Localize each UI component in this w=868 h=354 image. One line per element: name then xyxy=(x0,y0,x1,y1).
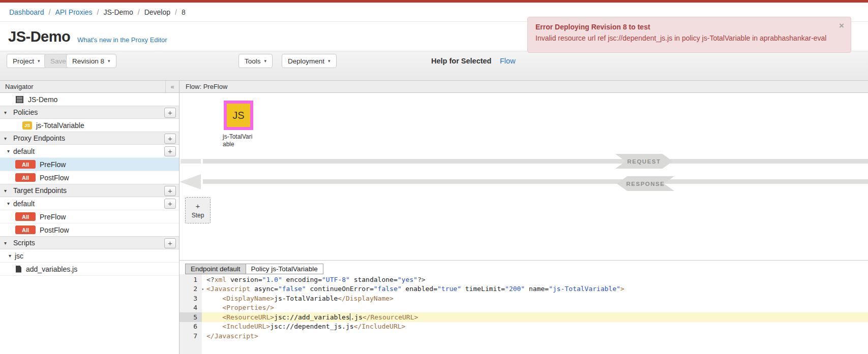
caret-down-icon: ▾ xyxy=(4,188,10,194)
proxy-summary-icon xyxy=(16,96,23,103)
nav-flow-label: PostFlow xyxy=(40,174,69,182)
chevron-down-icon: ▾ xyxy=(328,58,331,63)
page-title: JS-Demo xyxy=(8,28,70,45)
editor-tab-bar: Endpoint default Policy js-TotalVariable xyxy=(185,264,323,274)
chevron-down-icon: ▾ xyxy=(108,58,110,63)
add-flow-button[interactable]: + xyxy=(164,199,176,209)
help-for-selected-label: Help for Selected xyxy=(431,57,491,65)
nav-section-policies[interactable]: ▾ Policies + xyxy=(0,106,179,119)
code-line[interactable]: 4 <Properties/> xyxy=(179,303,868,313)
breadcrumb-separator: / xyxy=(97,8,99,16)
nav-flow-label: PostFlow xyxy=(40,226,69,234)
whats-new-link[interactable]: What's new in the Proxy Editor xyxy=(77,36,167,44)
close-icon[interactable]: × xyxy=(839,21,844,31)
save-label: Save xyxy=(50,57,66,65)
code-editor[interactable]: 1 <?xml version="1.0" encoding="UTF-8" s… xyxy=(179,275,868,341)
js-policy-badge: JS xyxy=(22,121,32,130)
nav-group-target-default[interactable]: ▾ default + xyxy=(0,197,179,210)
nav-file-label: add_variables.js xyxy=(26,265,77,273)
nav-flow-proxy-postflow[interactable]: All PostFlow xyxy=(0,171,179,184)
nav-flow-proxy-preflow[interactable]: All PreFlow xyxy=(0,158,179,171)
step-label: Step xyxy=(192,212,204,219)
js-policy-icon: JS xyxy=(232,110,244,121)
breadcrumb-separator: / xyxy=(49,8,51,16)
nav-item-policy-js-totalvariable[interactable]: JS js-TotalVariable xyxy=(0,119,179,132)
flow-help-link[interactable]: Flow xyxy=(500,57,516,65)
collapse-panel-icon[interactable]: « xyxy=(165,81,179,92)
nav-flow-target-postflow[interactable]: All PostFlow xyxy=(0,223,179,237)
add-script-button[interactable]: + xyxy=(164,238,176,248)
line-number: 1 xyxy=(179,275,202,284)
flow-canvas[interactable]: JS js-TotalVariable REQUEST RESPONSE + S… xyxy=(179,93,868,260)
nav-flow-target-preflow[interactable]: All PreFlow xyxy=(0,210,179,223)
proxy-editor-page: Dashboard / API Proxies / JS-Demo / Deve… xyxy=(0,0,868,354)
add-proxy-endpoint-button[interactable]: + xyxy=(164,134,176,144)
nav-section-target-endpoints[interactable]: ▾ Target Endpoints + xyxy=(0,184,179,197)
line-number: 3 xyxy=(179,294,202,303)
code-editor-panel: Endpoint default Policy js-TotalVariable… xyxy=(179,260,868,354)
breadcrumb-dashboard[interactable]: Dashboard xyxy=(9,8,44,16)
flow-header-title: Flow: PreFlow xyxy=(186,83,227,90)
nav-group-label: default xyxy=(13,147,35,155)
tools-label: Tools xyxy=(245,57,261,65)
breadcrumb-revision: 8 xyxy=(182,8,186,16)
caret-down-icon: ▾ xyxy=(7,201,13,206)
policy-node-label: js-TotalVariable xyxy=(223,133,253,148)
error-banner: Error Deploying Revision 8 to test Inval… xyxy=(527,17,851,53)
tools-menu-button[interactable]: Tools ▾ xyxy=(238,54,273,68)
tab-endpoint-default[interactable]: Endpoint default xyxy=(185,264,246,274)
caret-down-icon: ▾ xyxy=(7,148,13,154)
code-line[interactable]: 3 <DisplayName>js-TotalVariable</Display… xyxy=(179,294,868,303)
navigator-header: Navigator « xyxy=(0,81,179,93)
request-label: REQUEST xyxy=(627,158,661,165)
nav-flow-label: PreFlow xyxy=(40,160,66,169)
main-content: Flow: PreFlow JS js-TotalVariable REQUES… xyxy=(179,81,868,354)
deployment-label: Deployment xyxy=(288,57,324,65)
all-conditions-badge: All xyxy=(15,212,36,221)
nav-section-label: Proxy Endpoints xyxy=(13,134,65,142)
plus-icon: + xyxy=(196,202,200,210)
code-line[interactable]: 1 <?xml version="1.0" encoding="UTF-8" s… xyxy=(179,275,868,284)
add-policy-button[interactable]: + xyxy=(164,108,176,118)
project-menu-button[interactable]: Project ▾ xyxy=(7,54,46,68)
all-conditions-badge: All xyxy=(15,226,36,234)
nav-section-scripts[interactable]: ▾ Scripts + xyxy=(0,236,179,249)
add-target-endpoint-button[interactable]: + xyxy=(164,186,176,196)
file-icon xyxy=(16,266,21,273)
fold-icon[interactable]: ▾ xyxy=(201,287,204,292)
nav-group-label: jsc xyxy=(15,252,23,260)
all-conditions-badge: All xyxy=(15,173,36,182)
nav-group-proxy-default[interactable]: ▾ default + xyxy=(0,145,179,158)
code-line[interactable]: 2 ▾ <Javascript async="false" continueOn… xyxy=(179,284,868,294)
response-arrow-icon xyxy=(179,174,201,189)
add-flow-button[interactable]: + xyxy=(164,146,176,156)
line-number: 6 xyxy=(179,322,202,332)
policy-node-js-totalvariable[interactable]: JS xyxy=(224,101,253,130)
nav-group-label: default xyxy=(13,200,35,208)
nav-item-js-demo[interactable]: JS-Demo xyxy=(0,93,179,106)
add-step-button[interactable]: + Step xyxy=(185,197,211,223)
navigator-panel: Navigator « JS-Demo ▾ Policies + JS js-T… xyxy=(0,81,179,354)
error-message: Invalid resource url ref jsc://dependent… xyxy=(535,33,830,43)
nav-section-label: Policies xyxy=(13,108,38,116)
caret-down-icon: ▾ xyxy=(4,240,10,246)
breadcrumb-api-proxies[interactable]: API Proxies xyxy=(55,8,92,16)
navigator-title: Navigator xyxy=(5,83,34,90)
code-line[interactable]: 7 </Javascript> xyxy=(179,331,868,341)
code-line[interactable]: 6 <IncludeURL>jsc://dependent_js.js</Inc… xyxy=(179,322,868,332)
breadcrumb-separator: / xyxy=(175,8,177,16)
tab-policy-js-totalvariable[interactable]: Policy js-TotalVariable xyxy=(246,264,323,274)
chevron-down-icon: ▾ xyxy=(264,58,267,63)
request-flow-bar xyxy=(203,159,868,164)
nav-file-add-variables-js[interactable]: add_variables.js xyxy=(0,263,179,276)
nav-item-label: js-TotalVariable xyxy=(36,121,84,130)
code-line-active[interactable]: 5 <ResourceURL>jsc://add_variables.js</R… xyxy=(179,312,868,322)
breadcrumb-develop: Develop xyxy=(144,8,170,16)
deployment-menu-button[interactable]: Deployment ▾ xyxy=(282,54,337,68)
caret-down-icon: ▾ xyxy=(9,253,15,259)
revision-menu-button[interactable]: Revision 8 ▾ xyxy=(66,54,116,68)
line-number: 5 xyxy=(179,312,202,322)
nav-group-jsc[interactable]: ▾ jsc xyxy=(0,249,179,263)
nav-section-proxy-endpoints[interactable]: ▾ Proxy Endpoints + xyxy=(0,132,179,145)
nav-section-label: Target Endpoints xyxy=(13,186,67,195)
